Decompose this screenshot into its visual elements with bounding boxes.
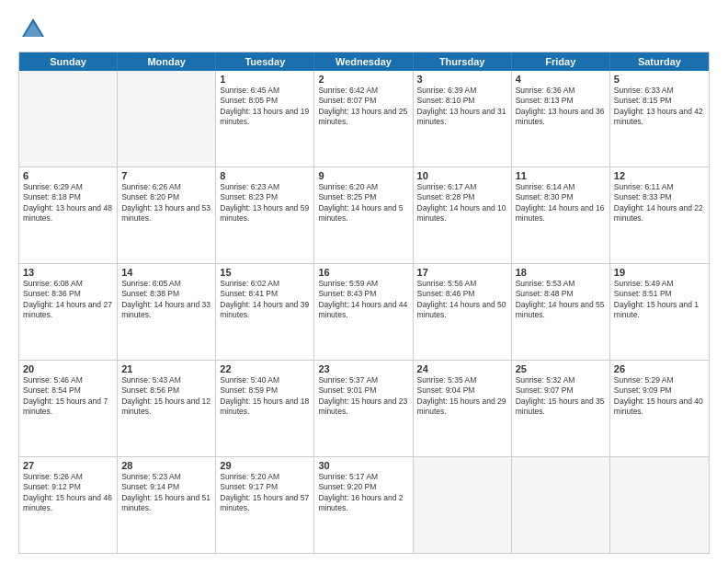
day-cell: 6Sunrise: 6:29 AM Sunset: 8:18 PM Daylig… (19, 167, 118, 263)
weekday-header: Tuesday (216, 52, 314, 71)
day-info: Sunrise: 5:37 AM Sunset: 9:01 PM Dayligh… (318, 375, 408, 418)
calendar-row: 27Sunrise: 5:26 AM Sunset: 9:12 PM Dayli… (19, 457, 709, 553)
weekday-header: Saturday (610, 52, 709, 71)
day-number: 7 (121, 170, 211, 181)
calendar-row: 1Sunrise: 6:45 AM Sunset: 8:05 PM Daylig… (19, 71, 709, 167)
day-number: 10 (417, 170, 507, 181)
day-cell: 19Sunrise: 5:49 AM Sunset: 8:51 PM Dayli… (610, 264, 709, 360)
weekday-header: Sunday (19, 52, 118, 71)
day-number: 6 (23, 170, 113, 181)
day-cell: 2Sunrise: 6:42 AM Sunset: 8:07 PM Daylig… (314, 71, 413, 167)
day-cell: 18Sunrise: 5:53 AM Sunset: 8:48 PM Dayli… (512, 264, 610, 360)
weekday-header: Wednesday (314, 52, 413, 71)
calendar-body: 1Sunrise: 6:45 AM Sunset: 8:05 PM Daylig… (19, 71, 709, 553)
weekday-header: Friday (512, 52, 610, 71)
day-cell: 13Sunrise: 6:08 AM Sunset: 8:36 PM Dayli… (19, 264, 118, 360)
empty-cell (512, 457, 610, 553)
empty-cell (118, 71, 216, 167)
day-number: 18 (516, 267, 606, 278)
day-info: Sunrise: 5:23 AM Sunset: 9:14 PM Dayligh… (121, 472, 211, 514)
header (18, 15, 710, 44)
day-number: 1 (220, 74, 310, 85)
day-info: Sunrise: 5:32 AM Sunset: 9:07 PM Dayligh… (516, 375, 606, 418)
day-number: 17 (417, 267, 507, 278)
day-info: Sunrise: 5:20 AM Sunset: 9:17 PM Dayligh… (220, 472, 310, 514)
day-info: Sunrise: 6:17 AM Sunset: 8:28 PM Dayligh… (417, 182, 507, 224)
day-info: Sunrise: 5:43 AM Sunset: 8:56 PM Dayligh… (121, 375, 211, 418)
day-number: 9 (318, 170, 408, 181)
day-cell: 17Sunrise: 5:56 AM Sunset: 8:46 PM Dayli… (414, 264, 512, 360)
day-number: 25 (516, 363, 606, 374)
day-info: Sunrise: 6:42 AM Sunset: 8:07 PM Dayligh… (318, 86, 408, 128)
calendar-row: 20Sunrise: 5:46 AM Sunset: 8:54 PM Dayli… (19, 361, 709, 457)
day-info: Sunrise: 5:53 AM Sunset: 8:48 PM Dayligh… (516, 279, 606, 321)
day-number: 29 (220, 460, 310, 471)
day-info: Sunrise: 6:33 AM Sunset: 8:15 PM Dayligh… (614, 86, 705, 128)
logo (18, 15, 51, 44)
day-cell: 5Sunrise: 6:33 AM Sunset: 8:15 PM Daylig… (610, 71, 709, 167)
day-cell: 7Sunrise: 6:26 AM Sunset: 8:20 PM Daylig… (118, 167, 216, 263)
day-number: 5 (614, 74, 705, 85)
day-cell: 25Sunrise: 5:32 AM Sunset: 9:07 PM Dayli… (512, 361, 610, 456)
day-info: Sunrise: 6:39 AM Sunset: 8:10 PM Dayligh… (417, 86, 507, 128)
day-number: 19 (614, 267, 705, 278)
day-cell: 23Sunrise: 5:37 AM Sunset: 9:01 PM Dayli… (314, 361, 413, 456)
day-cell: 12Sunrise: 6:11 AM Sunset: 8:33 PM Dayli… (610, 167, 709, 263)
page: SundayMondayTuesdayWednesdayThursdayFrid… (0, 0, 728, 563)
empty-cell (610, 457, 709, 553)
day-cell: 20Sunrise: 5:46 AM Sunset: 8:54 PM Dayli… (19, 361, 118, 456)
day-info: Sunrise: 6:45 AM Sunset: 8:05 PM Dayligh… (220, 86, 310, 128)
day-number: 15 (220, 267, 310, 278)
day-info: Sunrise: 6:08 AM Sunset: 8:36 PM Dayligh… (23, 279, 113, 321)
day-cell: 16Sunrise: 5:59 AM Sunset: 8:43 PM Dayli… (314, 264, 413, 360)
day-cell: 9Sunrise: 6:20 AM Sunset: 8:25 PM Daylig… (314, 167, 413, 263)
day-info: Sunrise: 5:29 AM Sunset: 9:09 PM Dayligh… (614, 375, 705, 418)
day-number: 20 (23, 363, 113, 374)
day-info: Sunrise: 6:14 AM Sunset: 8:30 PM Dayligh… (516, 182, 606, 224)
day-cell: 22Sunrise: 5:40 AM Sunset: 8:59 PM Dayli… (216, 361, 314, 456)
day-info: Sunrise: 5:49 AM Sunset: 8:51 PM Dayligh… (614, 279, 705, 321)
day-number: 28 (121, 460, 211, 471)
weekday-header: Thursday (414, 52, 512, 71)
day-info: Sunrise: 6:11 AM Sunset: 8:33 PM Dayligh… (614, 182, 705, 224)
logo-icon (18, 15, 48, 44)
day-info: Sunrise: 6:05 AM Sunset: 8:38 PM Dayligh… (121, 279, 211, 321)
empty-cell (19, 71, 118, 167)
day-number: 30 (318, 460, 408, 471)
day-number: 13 (23, 267, 113, 278)
day-cell: 24Sunrise: 5:35 AM Sunset: 9:04 PM Dayli… (414, 361, 512, 456)
day-info: Sunrise: 5:17 AM Sunset: 9:20 PM Dayligh… (318, 472, 408, 514)
day-info: Sunrise: 5:26 AM Sunset: 9:12 PM Dayligh… (23, 472, 113, 514)
day-number: 21 (121, 363, 211, 374)
day-number: 24 (417, 363, 507, 374)
day-number: 4 (516, 74, 606, 85)
day-number: 2 (318, 74, 408, 85)
day-cell: 15Sunrise: 6:02 AM Sunset: 8:41 PM Dayli… (216, 264, 314, 360)
day-cell: 26Sunrise: 5:29 AM Sunset: 9:09 PM Dayli… (610, 361, 709, 456)
day-number: 27 (23, 460, 113, 471)
day-info: Sunrise: 6:02 AM Sunset: 8:41 PM Dayligh… (220, 279, 310, 321)
day-number: 16 (318, 267, 408, 278)
day-info: Sunrise: 6:20 AM Sunset: 8:25 PM Dayligh… (318, 182, 408, 224)
calendar: SundayMondayTuesdayWednesdayThursdayFrid… (18, 52, 710, 554)
day-info: Sunrise: 6:26 AM Sunset: 8:20 PM Dayligh… (121, 182, 211, 224)
day-cell: 28Sunrise: 5:23 AM Sunset: 9:14 PM Dayli… (118, 457, 216, 553)
day-cell: 11Sunrise: 6:14 AM Sunset: 8:30 PM Dayli… (512, 167, 610, 263)
empty-cell (414, 457, 512, 553)
day-cell: 29Sunrise: 5:20 AM Sunset: 9:17 PM Dayli… (216, 457, 314, 553)
day-number: 11 (516, 170, 606, 181)
day-cell: 4Sunrise: 6:36 AM Sunset: 8:13 PM Daylig… (512, 71, 610, 167)
day-cell: 1Sunrise: 6:45 AM Sunset: 8:05 PM Daylig… (216, 71, 314, 167)
day-number: 8 (220, 170, 310, 181)
day-number: 23 (318, 363, 408, 374)
day-cell: 21Sunrise: 5:43 AM Sunset: 8:56 PM Dayli… (118, 361, 216, 456)
calendar-row: 13Sunrise: 6:08 AM Sunset: 8:36 PM Dayli… (19, 264, 709, 361)
day-number: 12 (614, 170, 705, 181)
day-number: 3 (417, 74, 507, 85)
day-info: Sunrise: 5:35 AM Sunset: 9:04 PM Dayligh… (417, 375, 507, 418)
day-cell: 8Sunrise: 6:23 AM Sunset: 8:23 PM Daylig… (216, 167, 314, 263)
day-cell: 27Sunrise: 5:26 AM Sunset: 9:12 PM Dayli… (19, 457, 118, 553)
day-info: Sunrise: 5:46 AM Sunset: 8:54 PM Dayligh… (23, 375, 113, 418)
calendar-header: SundayMondayTuesdayWednesdayThursdayFrid… (19, 52, 709, 71)
day-info: Sunrise: 5:40 AM Sunset: 8:59 PM Dayligh… (220, 375, 310, 418)
